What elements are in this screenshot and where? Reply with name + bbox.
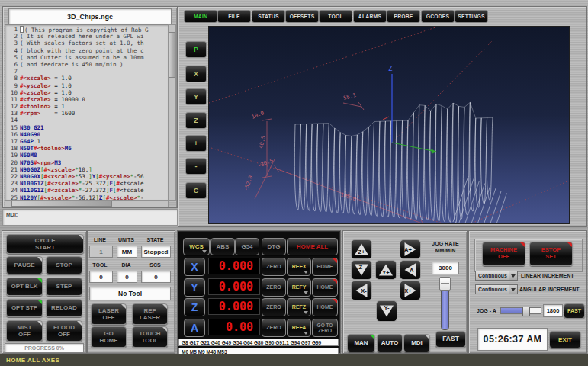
g54-button[interactable]: G54 xyxy=(235,238,259,255)
stop-button[interactable]: STOP xyxy=(46,256,82,274)
linear-increment-select[interactable]: Continuous xyxy=(475,271,518,281)
ref-laser-button[interactable]: REF LASER xyxy=(132,303,168,325)
flood-button[interactable]: FLOOD OFF xyxy=(46,320,82,342)
tab-offsets[interactable]: OFFSETS xyxy=(285,10,319,23)
tab-tool[interactable]: TOOL xyxy=(319,10,352,23)
jog-fast-button[interactable]: FAST xyxy=(435,331,466,348)
step-button[interactable]: STEP xyxy=(46,278,82,296)
gcode-horizontal-scrollbar[interactable] xyxy=(5,200,169,207)
estop-set-button[interactable]: ESTOP SET xyxy=(529,242,573,266)
preview-3d-viewport[interactable]: 10.0 40.5 58.1 -30.5 -52.0 105.0 Z xyxy=(208,26,570,224)
line-value-text: 1 xyxy=(99,249,102,255)
axis-y-button[interactable]: Y xyxy=(184,278,205,297)
axis-a-button[interactable]: A xyxy=(184,319,205,337)
scs-label: SCS xyxy=(141,262,169,268)
led-indicator-red xyxy=(567,242,572,247)
wcs-button[interactable]: WCS xyxy=(183,238,210,255)
jog-a-slider-handle[interactable] xyxy=(522,307,530,316)
go-to-zero-a-button[interactable]: GO TO ZERO xyxy=(312,319,338,337)
state-value-text: Stopped xyxy=(144,249,169,255)
axis-x-button[interactable]: X xyxy=(184,258,205,276)
view-y-button[interactable]: Y xyxy=(185,88,207,105)
angular-increment-select[interactable]: Continuous xyxy=(475,284,518,294)
home-z-button[interactable]: HOME xyxy=(312,298,338,316)
home-all-button[interactable]: HOME ALL xyxy=(287,238,338,255)
reload-button[interactable]: RELOAD xyxy=(46,299,82,317)
ref-laser-label: REF LASER xyxy=(140,307,160,321)
jog-y-minus-button[interactable]: Y- xyxy=(376,300,397,322)
jog-a-value[interactable]: 1800 xyxy=(543,304,563,317)
view-perspective-button[interactable]: P xyxy=(185,41,207,58)
jog-y-plus-button[interactable]: Y+ xyxy=(375,260,397,280)
gcode-text-area[interactable]: 1( This program is copyright of Rab G2( … xyxy=(5,24,169,201)
jog-z-minus-button[interactable]: Z- xyxy=(351,260,372,280)
jog-z-plus-button[interactable]: Z+ xyxy=(351,239,372,259)
ref-y-button[interactable]: REFY xyxy=(287,278,311,297)
axis-a-value: 0.00 xyxy=(208,319,260,336)
zero-y-button[interactable]: ZERO xyxy=(262,278,286,297)
mist-button[interactable]: MIST OFF xyxy=(6,320,43,342)
tab-file[interactable]: FILE xyxy=(217,10,251,23)
auto-mode-button[interactable]: AUTO xyxy=(377,334,403,352)
axis-z-button[interactable]: Z xyxy=(184,298,205,316)
view-x-button[interactable]: X xyxy=(185,66,207,82)
code-line: 12#<toolno> = 1 xyxy=(5,103,168,110)
tab-probe[interactable]: PROBE xyxy=(387,10,420,23)
manual-mode-button[interactable]: MAN xyxy=(347,334,375,352)
led-indicator-green xyxy=(37,278,42,283)
zero-z-button[interactable]: ZERO xyxy=(262,298,286,316)
home-y-button[interactable]: HOME xyxy=(312,278,338,297)
dtg-button[interactable]: DTG xyxy=(262,238,286,255)
machine-off-button[interactable]: MACHINE OFF xyxy=(482,242,525,266)
jog-a-slider-track[interactable] xyxy=(500,307,541,314)
optional-block-button[interactable]: OPT BLK xyxy=(6,278,43,296)
toolpath xyxy=(294,102,493,222)
go-home-button[interactable]: GO HOME xyxy=(91,326,127,348)
linear-increment-label: LINEAR INCREMENT xyxy=(521,273,585,278)
exit-button[interactable]: EXIT xyxy=(549,331,581,348)
angular-increment-label: ANGULAR INCREMENT xyxy=(519,287,586,292)
laser-button[interactable]: LASER OFF xyxy=(91,303,127,325)
gcode-vertical-scrollbar[interactable] xyxy=(168,24,176,201)
dia-value-text: 0 xyxy=(125,274,128,281)
zoom-in-button[interactable]: + xyxy=(185,135,207,152)
abs-button[interactable]: ABS xyxy=(210,238,235,255)
view-z-button[interactable]: Z xyxy=(185,112,207,129)
tab-main[interactable]: MAIN xyxy=(184,10,217,23)
pause-button[interactable]: PAUSE xyxy=(6,256,43,274)
abs-label: ABS xyxy=(217,243,230,250)
led-indicator-green xyxy=(37,300,42,304)
clock-display: 05:26:37 AM xyxy=(477,328,548,351)
ref-x-button[interactable]: REFX xyxy=(287,258,311,276)
scrollbar-thumb[interactable] xyxy=(169,32,175,78)
tab-status[interactable]: STATUS xyxy=(252,10,285,23)
mdi-mode-button[interactable]: MDI xyxy=(403,334,430,352)
ref-a-button[interactable]: REFA xyxy=(287,319,311,337)
optional-stop-button[interactable]: OPT STP xyxy=(6,299,43,317)
zoom-out-button[interactable]: - xyxy=(185,158,207,175)
jog-a-plus-button[interactable]: A+ xyxy=(400,239,421,259)
mdi-entry[interactable]: MDI: xyxy=(2,209,178,226)
home-x-button[interactable]: HOME xyxy=(312,258,338,276)
tab-alarms[interactable]: ALARMS xyxy=(353,10,387,23)
mdi-label: MDI: xyxy=(6,212,18,217)
jog-a-minus-button[interactable]: A- xyxy=(400,260,421,280)
z-axis-label: Z xyxy=(388,65,393,72)
cycle-start-button[interactable]: CYCLE START xyxy=(6,234,84,254)
jog-a-value-text: 1800 xyxy=(547,307,560,314)
clear-plot-button[interactable]: C xyxy=(185,182,207,199)
scrollbar-thumb[interactable] xyxy=(11,201,112,207)
zero-a-button[interactable]: ZERO xyxy=(262,319,286,337)
ref-z-button[interactable]: REFZ xyxy=(287,298,311,316)
jog-rate-value[interactable]: 3000 xyxy=(432,262,459,274)
jog-a-fast-button[interactable]: FAST xyxy=(564,303,585,319)
jog-rate-slider-handle[interactable] xyxy=(439,277,451,291)
zero-x-button[interactable]: ZERO xyxy=(262,258,286,276)
jog-x-minus-button[interactable]: X- xyxy=(351,281,372,300)
touch-tool-button[interactable]: TOUCH TOOL xyxy=(132,326,168,348)
units-value-text: MM xyxy=(122,249,132,255)
jog-x-plus-button[interactable]: X+ xyxy=(400,281,421,300)
tab-gcodes[interactable]: GCODES xyxy=(421,10,455,23)
led-indicator-green xyxy=(370,335,374,339)
tab-settings[interactable]: SETTINGS xyxy=(455,10,488,23)
